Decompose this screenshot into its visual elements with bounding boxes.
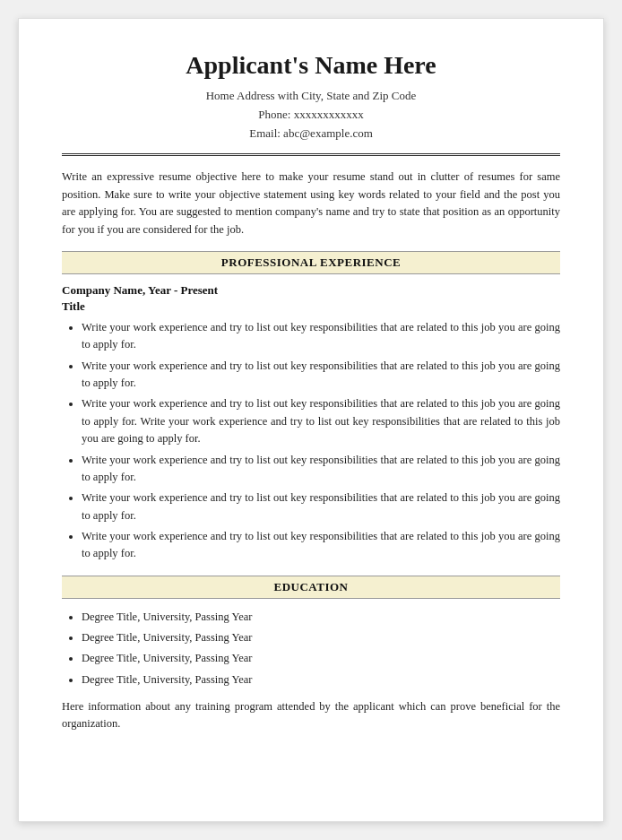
experience-bullet-item: Write your work experience and try to li… (82, 395, 560, 447)
degree-item: Degree Title, University, Passing Year (82, 649, 560, 668)
objective-text: Write an expressive resume objective her… (62, 170, 560, 235)
company-name: Company Name, Year - Present (62, 283, 560, 298)
experience-bullets: Write your work experience and try to li… (62, 319, 560, 563)
degree-item: Degree Title, University, Passing Year (82, 671, 560, 689)
job-title: Title (62, 299, 560, 314)
education-header: EDUCATION (62, 576, 560, 599)
experience-bullet-item: Write your work experience and try to li… (82, 489, 560, 524)
phone-line: Phone: xxxxxxxxxxxx (62, 106, 560, 125)
experience-bullet-item: Write your work experience and try to li… (82, 452, 560, 487)
email-line: Email: abc@example.com (62, 125, 560, 143)
professional-experience-header: PROFESSIONAL EXPERIENCE (62, 251, 560, 274)
address-line: Home Address with City, State and Zip Co… (62, 87, 560, 106)
objective-section: Write an expressive resume objective her… (62, 169, 560, 238)
training-text: Here information about any training prog… (62, 698, 560, 733)
contact-info: Home Address with City, State and Zip Co… (62, 87, 560, 143)
education-section: Degree Title, University, Passing YearDe… (62, 608, 560, 733)
experience-bullet-item: Write your work experience and try to li… (82, 319, 560, 354)
applicant-name: Applicant's Name Here (62, 51, 560, 80)
experience-bullet-item: Write your work experience and try to li… (82, 358, 560, 393)
degree-item: Degree Title, University, Passing Year (82, 608, 560, 627)
degree-item: Degree Title, University, Passing Year (82, 628, 560, 647)
header-section: Applicant's Name Here Home Address with … (62, 51, 560, 143)
resume-document: Applicant's Name Here Home Address with … (18, 18, 604, 822)
experience-section: Company Name, Year - Present Title Write… (62, 283, 560, 563)
header-divider (62, 153, 560, 156)
experience-bullet-item: Write your work experience and try to li… (82, 528, 560, 563)
degree-list: Degree Title, University, Passing YearDe… (62, 608, 560, 689)
